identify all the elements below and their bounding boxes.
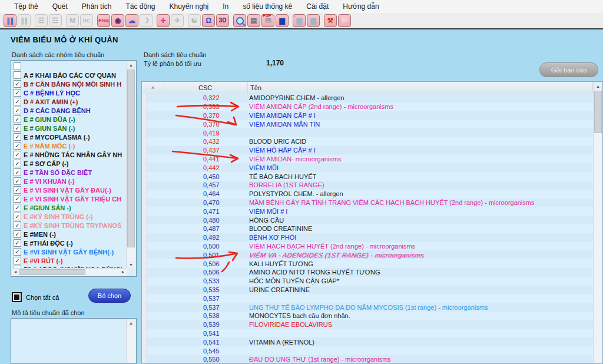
menu-item[interactable]: Tệp thẻ — [7, 2, 45, 11]
scroll-left-icon[interactable]: ◄ — [12, 269, 19, 276]
row-selector-cell[interactable] — [142, 320, 164, 329]
printer-icon[interactable]: ▤ — [247, 14, 260, 27]
send-report-button[interactable]: Gửi báo cáo — [539, 62, 598, 77]
group-item[interactable]: A # KHAI BÁO CÁC CƠ QUAN — [12, 71, 126, 80]
table-row[interactable]: 0,322AMIDOPYRINE CHEM - allergen — [142, 94, 593, 102]
group-checkbox[interactable]: ✓ — [14, 230, 21, 238]
table-row[interactable]: 0,442VIÊM MŨI — [142, 163, 593, 172]
table-row[interactable]: 0,538MONOCYTES bạch cầu đơn nhân. — [142, 312, 593, 320]
table-row[interactable]: 0,419 — [142, 128, 593, 137]
3d-view-icon[interactable]: 3D — [216, 14, 229, 27]
add-cross-icon[interactable]: + — [157, 14, 170, 27]
row-selector-cell[interactable] — [142, 242, 164, 251]
group-checkbox[interactable]: ✓ — [14, 151, 21, 158]
table-row[interactable]: 0,506KALI HUYẾT TƯƠNG — [142, 259, 593, 268]
table-row[interactable]: 0,480HỒNG CẦU — [142, 216, 593, 224]
row-selector-cell[interactable] — [142, 155, 164, 164]
row-selector-cell[interactable] — [142, 268, 164, 277]
table-row[interactable]: 0,370VIÊM AMIDAN CẤP # I — [142, 111, 593, 120]
tools-icon[interactable]: ⚒ — [324, 14, 337, 27]
book-icon[interactable]: ▆ — [276, 14, 289, 27]
table-row[interactable]: 0,450TẾ BÀO BẠCH HUYẾT — [142, 172, 593, 181]
group-checkbox[interactable]: ✓ — [14, 115, 21, 123]
select-all-checkbox[interactable] — [12, 292, 22, 302]
row-selector-cell[interactable] — [142, 312, 164, 320]
row-selector-cell[interactable] — [142, 207, 164, 216]
freq-icon[interactable]: Freq — [97, 14, 110, 27]
export-book-icon[interactable]: ▆↑ — [307, 14, 320, 27]
row-selector-cell[interactable] — [142, 137, 164, 146]
menu-item[interactable]: In — [216, 2, 236, 11]
row-selector-cell[interactable] — [142, 102, 164, 111]
group-item[interactable]: ✓E #VI SINH VẬT GÂY BỆNH(-) — [12, 247, 126, 256]
group-item[interactable]: ✓E # NHỮNG TÁC NHÂN GÂY NH — [12, 150, 126, 159]
group-checkbox[interactable]: ✓ — [14, 133, 21, 141]
column-header-csc[interactable]: CSC — [164, 82, 248, 94]
body-scan-icon[interactable]: Ω — [202, 14, 215, 27]
group-checkbox[interactable]: ✓ — [14, 195, 21, 203]
group-item[interactable]: ✓E #KÝ SINH TRÙNG (-) — [12, 212, 126, 221]
group-checkbox[interactable]: ✓ — [14, 142, 21, 150]
group-checkbox[interactable]: ✓ — [14, 177, 21, 185]
import-book-icon[interactable]: ▆↓ — [293, 14, 306, 27]
row-selector-cell[interactable] — [142, 286, 164, 294]
row-selector-cell[interactable] — [142, 216, 164, 224]
table-row[interactable]: 0,470 MẦM BỆNH GÂY RA TÌNH TRẠNG VIÊM CÁ… — [142, 198, 593, 207]
row-selector-cell[interactable] — [142, 120, 164, 128]
group-item[interactable]: ✓C # BỆNH LÝ HỌC — [12, 88, 126, 97]
scroll-thumb[interactable] — [594, 91, 602, 133]
table-row[interactable]: 0,464POLYSTYROL CHEM. - allergen — [142, 190, 593, 198]
scroll-right-icon[interactable]: ► — [120, 269, 127, 276]
row-selector-cell[interactable] — [142, 172, 164, 181]
description-vscrollbar[interactable]: ▲ — [126, 319, 135, 363]
group-checkbox[interactable]: ✓ — [14, 257, 21, 264]
row-selector-cell[interactable] — [142, 337, 164, 346]
table-row[interactable]: 0,487BLOOD CREATININE — [142, 224, 593, 233]
group-list-vscrollbar[interactable]: ▲ ▼ — [126, 61, 135, 269]
row-selector-cell[interactable] — [142, 163, 164, 172]
scroll-thumb[interactable] — [19, 269, 85, 275]
group-checkbox[interactable]: ✓ — [14, 98, 21, 105]
etalon-circle-icon[interactable]: ◉ — [111, 14, 124, 27]
row-selector-cell[interactable] — [142, 146, 164, 155]
group-item[interactable]: ✓E # VI SINH VẬT GÂY ĐAU(-) — [12, 186, 126, 194]
scroll-up-icon[interactable]: ▲ — [127, 319, 135, 327]
group-item[interactable]: ✓E # GIUN SÁN (-) — [12, 124, 126, 133]
group-item[interactable] — [12, 62, 126, 71]
group-item[interactable]: ✓E #VI RÚT (-) — [12, 256, 126, 265]
group-item[interactable]: ✓D # AXIT AMIN (+) — [12, 97, 126, 106]
row-selector-cell[interactable] — [142, 198, 164, 207]
column-header-name[interactable]: Tên — [248, 82, 593, 94]
row-selector-cell[interactable] — [142, 277, 164, 286]
row-selector-cell[interactable] — [142, 355, 164, 363]
row-selector-cell[interactable] — [142, 259, 164, 268]
cloud-icon[interactable]: ☁ — [125, 14, 138, 27]
group-item[interactable]: ✓E # GIUN ĐŨA (-) — [12, 115, 126, 124]
row-selector-cell[interactable] — [142, 190, 164, 198]
row-selector-cell[interactable] — [142, 329, 164, 338]
row-selector-cell[interactable] — [142, 294, 164, 303]
deselect-button[interactable]: Bỏ chọn — [88, 289, 131, 303]
table-row[interactable]: 0,539FILOVIRIDAE EBOLAVIRUS — [142, 320, 593, 329]
menu-item[interactable]: Hướng dẫn — [336, 2, 386, 11]
table-row[interactable]: 0,506AMINO ACID NITƠ TRONG HUYẾT TƯƠNG — [142, 268, 593, 277]
group-checkbox[interactable]: ✓ — [14, 168, 21, 176]
group-item[interactable]: ✓E # TẦN SỐ ĐẶC BIỆT — [12, 168, 126, 177]
group-item[interactable]: ✓E #KÝ SINH TRÙNG TRYPANOS — [12, 221, 126, 230]
table-row[interactable]: 0,501VIÊM VA - ADENOIDES (1ST RANGE) - m… — [142, 250, 593, 259]
row-selector-cell[interactable] — [142, 224, 164, 233]
scroll-up-icon[interactable]: ▲ — [127, 61, 135, 69]
row-selector-cell[interactable] — [142, 181, 164, 190]
select-all-control[interactable]: Chọn tất cả — [12, 292, 59, 302]
group-item[interactable]: ✓D # CÁC DẠNG BỆNH — [12, 106, 126, 115]
scroll-down-icon[interactable]: ▼ — [127, 261, 135, 269]
group-item[interactable]: ✓E # SƠ CẤP (-) — [12, 159, 126, 168]
table-row[interactable]: 0,537UNG THƯ TẾ BÀO LYMPHO DA DO NẤM MYC… — [142, 303, 593, 312]
group-item[interactable]: ✓B # CÂN BẰNG NỘI MÔI SINH H — [12, 80, 126, 88]
table-row[interactable]: 0,457BORRELIA (1ST RANGE) — [142, 181, 593, 190]
group-checkbox[interactable]: ✓ — [14, 213, 21, 220]
table-row[interactable]: 0,370VIÊM AMIDAN MÃN TÍN — [142, 120, 593, 128]
group-checkbox[interactable]: ✓ — [14, 107, 21, 114]
scroll-thumb[interactable] — [127, 70, 135, 247]
group-checkbox[interactable]: ✓ — [14, 89, 21, 97]
